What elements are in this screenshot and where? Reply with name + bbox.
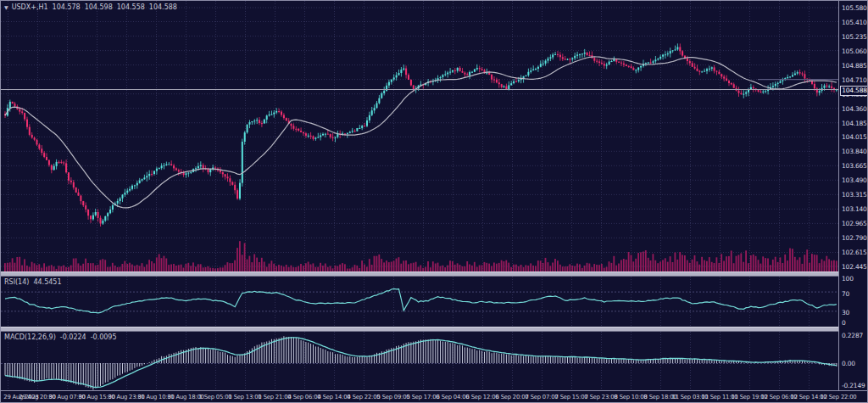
time-axis-label: 7 Sep 15:00	[555, 394, 588, 400]
price-axis-label: 103.665	[842, 162, 867, 170]
price-axis-label: 104.360	[842, 105, 867, 113]
rsi-pane[interactable]: RSI(14)44.5451	[1, 277, 838, 327]
panel-separator[interactable]	[1, 327, 868, 332]
rsi-name: RSI(14)	[4, 278, 29, 286]
time-axis-label: 12 Sep 22:00	[821, 394, 857, 400]
ohlc-high: 104.598	[85, 3, 113, 11]
price-axis-label: 105.580	[842, 4, 867, 12]
price-axis-label: 104.710	[842, 76, 867, 84]
chart-window: ▼USDX+,H1104.578104.598104.558104.588 RS…	[0, 0, 868, 403]
time-axis-label: 5 Sep 09:00	[377, 394, 410, 400]
price-axis-label: 105.410	[842, 19, 867, 26]
rsi-axis-label: 100	[842, 275, 854, 283]
symbol-timeframe: USDX+,H1	[12, 3, 48, 11]
time-axis[interactable]: 29 Aug 202329 Aug 20:0030 Aug 07:0030 Au…	[1, 390, 868, 403]
time-axis-label: 6 Sep 04:00	[437, 394, 470, 400]
time-axis-label: 7 Sep 07:00	[526, 394, 559, 400]
time-axis-label: 4 Sep 06:00	[288, 394, 321, 400]
rsi-axis-label: 30	[842, 309, 849, 316]
rsi-svg	[1, 277, 838, 327]
rsi-value: 44.5451	[33, 278, 61, 286]
time-axis-label: 8 Sep 10:00	[615, 394, 648, 400]
price-axis-label: 104.015	[842, 133, 867, 141]
macd-signal-value: -0.0095	[91, 333, 117, 341]
macd-plot[interactable]	[1, 332, 838, 390]
price-axis-label: 104.185	[842, 120, 867, 127]
time-axis-label: 1 Sep 05:00	[199, 394, 232, 400]
macd-pane[interactable]: MACD(12,26,9)-0.0224-0.0095	[1, 332, 838, 390]
macd-value: -0.0224	[60, 333, 86, 341]
macd-svg	[1, 332, 838, 390]
price-axis-label: 103.840	[842, 148, 867, 155]
price-axis-label: 103.140	[842, 205, 867, 213]
price-axis-label: 103.315	[842, 191, 867, 199]
macd-label: MACD(12,26,9)-0.0224-0.0095	[4, 333, 121, 341]
price-axis-label: 102.790	[842, 234, 867, 242]
panel-separator[interactable]	[1, 271, 868, 277]
price-axis-label: 103.490	[842, 176, 867, 184]
price-axis-label: 102.445	[842, 263, 867, 271]
time-axis-label: 7 Sep 23:00	[585, 394, 618, 400]
macd-axis-label: 0.00	[842, 360, 855, 367]
chart-menu-icon[interactable]: ▼	[4, 4, 8, 10]
time-axis-label: 6 Sep 20:00	[496, 394, 529, 400]
macd-name: MACD(12,26,9)	[4, 333, 56, 341]
time-axis-label: 4 Sep 14:00	[318, 394, 351, 400]
ohlc-open: 104.578	[53, 3, 81, 11]
ohlc-low: 104.558	[117, 3, 145, 11]
current-price-tag: 104.588	[840, 86, 868, 96]
candlestick-plot[interactable]	[1, 1, 838, 271]
main-chart-pane[interactable]: ▼USDX+,H1104.578104.598104.558104.588	[1, 1, 838, 271]
time-axis-label: 4 Sep 22:00	[348, 394, 381, 400]
price-axis[interactable]: 104.588 105.580105.410105.235105.060104.…	[838, 1, 868, 390]
macd-axis-label: -0.2149	[842, 382, 865, 389]
rsi-label: RSI(14)44.5451	[4, 278, 66, 286]
price-axis-label: 104.885	[842, 62, 867, 70]
chart-title: ▼USDX+,H1104.578104.598104.558104.588	[4, 3, 177, 11]
macd-axis-label: 0.2287	[842, 332, 863, 339]
rsi-axis-label: 0	[842, 319, 846, 327]
time-axis-label: 5 Sep 17:00	[407, 394, 440, 400]
price-axis-label: 102.965	[842, 220, 867, 227]
rsi-plot[interactable]	[1, 277, 838, 327]
time-axis-label: 6 Sep 12:00	[466, 394, 499, 400]
time-axis-label: 1 Sep 21:00	[259, 394, 292, 400]
price-axis-label: 102.615	[842, 249, 867, 256]
rsi-axis-label: 70	[842, 290, 849, 298]
main-chart-svg	[1, 1, 838, 271]
ohlc-close: 104.588	[149, 3, 177, 11]
price-axis-label: 105.060	[842, 48, 867, 55]
time-axis-label: 1 Sep 13:00	[229, 394, 262, 400]
price-axis-label: 105.235	[842, 33, 867, 41]
